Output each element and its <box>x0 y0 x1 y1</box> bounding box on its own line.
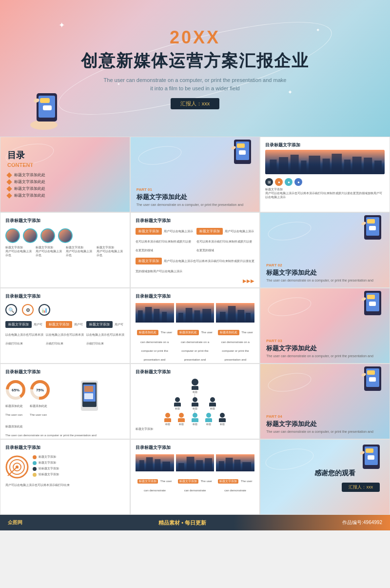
part03-title: 标题文字添加此处 <box>266 344 384 353</box>
org-top: 标题 <box>190 379 200 393</box>
svg-rect-32 <box>162 312 167 323</box>
img-labels: 标题添加此处 The user can demonstrate on a com… <box>136 326 255 363</box>
org-h4 <box>210 397 215 402</box>
toc-item-3: 标题文字添加此处 <box>7 186 123 191</box>
org-l5: 标题 <box>163 423 173 426</box>
org-h9 <box>220 413 225 418</box>
circles-slide: 目录标题文字添加 标题文字添加用户可以在电脑上演示也 标题文字添加用户可以在电脑… <box>0 212 130 288</box>
progress-slide: 目录标题文字添加 65% 标题添加此处The user can <box>0 364 130 439</box>
progress-item-1: 65% 标题添加此处The user can <box>5 380 26 418</box>
img-desc-1: The user can demonstrate on a computer o… <box>140 331 172 361</box>
org-b6 <box>178 418 185 422</box>
img-tag-1: 标题添加此处 <box>137 330 158 335</box>
orbit-deco <box>267 294 313 319</box>
hero-section: ✦ ✦ ✦ ✦ 20XX 创意新媒体运营方案汇报企业 The user can … <box>0 0 390 137</box>
svg-rect-61 <box>367 370 375 375</box>
row2-s1-title: 目录标题文字添加 <box>5 218 125 224</box>
box-item-1: 标题文字添加 用户可以在电脑上演示也可以将本演示稿打印出来 <box>5 319 44 346</box>
part02-slide: PART 02 标题文字添加此处 The user can demonstrat… <box>260 212 390 288</box>
city-circle-2 <box>23 228 38 243</box>
svg-rect-12 <box>270 160 277 174</box>
progress-label-2: 标题添加此处The user can <box>30 405 47 416</box>
slide-row-1: 目录 CONTENT 标题文字添加此处 标题文字添加此处 标题文字添加此处 标题… <box>0 137 390 212</box>
part04-title: 标题文字添加此处 <box>266 420 384 428</box>
prog-desc-1: 标题添加此处The user can demonstrate on a comp… <box>5 425 97 437</box>
chart-icon: 📊 <box>39 304 50 316</box>
svg-rect-79 <box>205 458 212 471</box>
info-boxes-inner: 目录标题文字添加 标题文字添加 用户可以在电脑上演示也可以将本演示稿打印出来制作… <box>131 213 260 287</box>
org-h7 <box>193 413 197 418</box>
org-h2 <box>175 397 180 402</box>
target-item-3: 轻标题文字添加 <box>33 467 125 471</box>
row2-s2-title: 目录标题文字添加 <box>136 218 255 224</box>
dot-2 <box>33 461 37 465</box>
target-inner: 目录标题文字添加 <box>0 440 130 514</box>
target-slide: 目录标题文字添加 <box>0 439 130 515</box>
row3-s1-title: 目录标题文字添加 <box>5 293 125 300</box>
svg-rect-14 <box>291 155 299 174</box>
barchart-inner: 目录标题文字添加 <box>131 440 260 514</box>
info-bottom: 标题文字添加 用户可以在电脑上演示也可以将本演示稿打印出来制作成胶片以便在更宽的… <box>136 255 255 274</box>
org-p8: 标题 <box>204 413 214 426</box>
thankyou-reporter: 汇报人：xxx <box>265 482 380 492</box>
org-desc: 标题文字添加 <box>136 427 255 431</box>
arrow-next: ▶▶▶ <box>136 276 255 284</box>
star-icon: ✦ <box>288 89 292 96</box>
img-tag-2: 标题添加此处 <box>177 330 199 335</box>
svg-rect-39 <box>220 312 226 323</box>
svg-rect-40 <box>228 306 236 323</box>
svg-rect-36 <box>194 310 200 323</box>
city-circle-3 <box>40 228 55 243</box>
org-p5: 标题 <box>163 413 173 426</box>
img-desc-3: The user can demonstrate on a computer o… <box>221 331 253 361</box>
img-label-2: 标题添加此处 The user can demonstrate on a com… <box>176 326 214 363</box>
part01-title: 标题文字添加此处 <box>136 193 254 202</box>
svg-rect-37 <box>202 309 211 323</box>
info-boxes-slide: 目录标题文字添加 标题文字添加 用户可以在电脑上演示也可以将本演示稿打印出来制作… <box>130 212 260 288</box>
bar-tag-3: 标题文字添加 <box>218 479 238 484</box>
org-l4: 标题 <box>208 407 217 410</box>
svg-rect-16 <box>309 156 321 174</box>
svg-rect-58 <box>84 393 93 399</box>
search-inner: 目录标题文字添加 🔍 ⚙ 📊 标题文字添加 用户可以在电脑上演示也可以将本演示稿… <box>0 288 130 363</box>
target-text-2: 标题文字添加 <box>39 461 56 465</box>
bar-label-1: 标题文字添加 The user can demonstrate <box>136 475 175 493</box>
org-p3: 标题 <box>190 397 200 410</box>
org-chart-slide: 目录标题文字添加 标题 标题 <box>130 364 260 439</box>
svg-rect-19 <box>344 160 351 174</box>
org-line <box>195 393 195 397</box>
toc-content-label: CONTENT <box>7 162 123 168</box>
target-items: 标题文字添加 标题文字添加 轻标题文字添加 轻标题文字添加 <box>33 455 125 477</box>
three-imgs <box>136 303 255 323</box>
svg-text:65%: 65% <box>12 388 20 392</box>
bar-tag-1: 标题文字添加 <box>137 479 158 484</box>
city-circle-4 <box>58 228 73 243</box>
part01-label: PART 01 <box>136 187 254 192</box>
bar-tag-2: 标题文字添加 <box>178 479 198 484</box>
city-img-3 <box>216 303 254 323</box>
target-item-1: 标题文字添加 <box>33 455 125 459</box>
slide-row-4: 目录标题文字添加 65% 标题添加此处The user can <box>0 364 390 439</box>
svg-rect-77 <box>186 457 194 471</box>
orange-tag-box: 标题文字添加 <box>46 321 72 328</box>
row5-s2-title: 目录标题文字添加 <box>136 445 255 451</box>
svg-rect-57 <box>84 386 93 392</box>
svg-rect-11 <box>265 150 385 174</box>
watermark-tagline: 精品素材 • 每日更新 <box>158 519 206 527</box>
org-p7: 标题 <box>190 413 200 426</box>
dot-3 <box>33 467 37 471</box>
target-icon-container <box>5 455 29 481</box>
search-icons-slide: 目录标题文字添加 🔍 ⚙ 📊 标题文字添加 用户可以在电脑上演示也可以将本演示稿… <box>0 288 130 364</box>
icon-circle-2: ● <box>275 178 283 186</box>
diamond-icon <box>6 193 12 198</box>
org-chart: 标题 标题 标题 <box>136 379 255 426</box>
reporter-end-badge: 汇报人：xxx <box>342 483 380 492</box>
svg-rect-4 <box>43 105 52 110</box>
dot-1 <box>33 455 37 459</box>
org-row-2: 标题 标题 标题 <box>173 397 217 410</box>
org-p4: 标题 <box>208 397 217 410</box>
progress-label-1: 标题添加此处The user can <box>5 405 23 416</box>
phone-illustration <box>27 86 68 132</box>
svg-rect-15 <box>301 161 307 174</box>
bar-label-2: 标题文字添加 The user can demonstrate <box>176 475 214 493</box>
